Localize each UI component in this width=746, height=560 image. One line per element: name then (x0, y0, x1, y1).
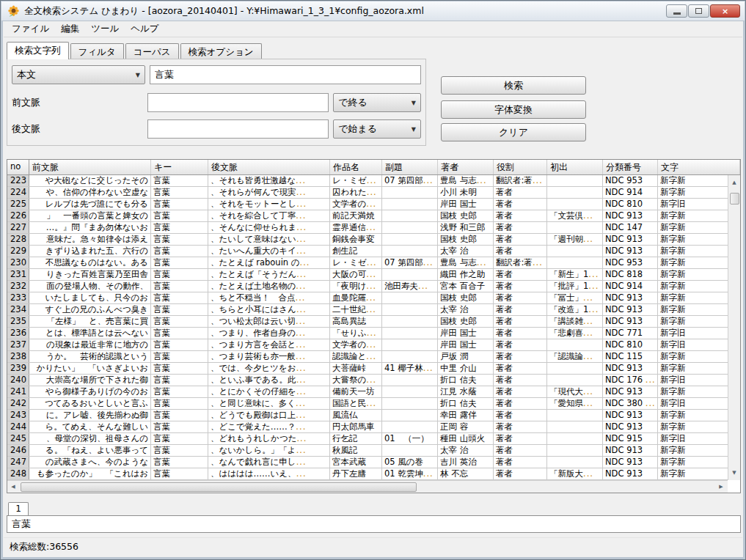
table-row[interactable]: 247の武蔵さまへ、今のような言葉、なんで戯れ言に申し...宮本武蔵05 風の巻… (7, 457, 740, 468)
cell-sub (382, 234, 438, 245)
horizontal-scrollbar[interactable]: ◀ ▶ (7, 480, 728, 493)
cell-work: 囚われた... (330, 187, 382, 198)
cell-key: 言葉 (151, 468, 208, 479)
vertical-scrollbar[interactable]: ▲ ▼ (728, 175, 740, 480)
column-header-9[interactable]: 分類番号 (603, 160, 658, 174)
truncation-ellipsis: ... (423, 468, 434, 479)
cell-no: 247 (7, 457, 29, 468)
column-header-5[interactable]: 副題 (382, 160, 438, 174)
cell-pre: に。アレ嘘、後先揃わぬ御 (29, 410, 151, 421)
table-row[interactable]: 244ら。てめえ、そんな難しい言葉、どこで覚えた……？...円太郎馬車正岡 容著… (7, 421, 740, 433)
cell-no: 237 (7, 339, 29, 350)
column-header-6[interactable]: 著者 (438, 160, 494, 174)
search-target-select[interactable]: 本文 ▼ (12, 65, 145, 84)
table-row[interactable]: 225レルブは先づ誰にでも分る言葉、それをモットーとし...文学者の...岸田 … (7, 199, 740, 210)
cell-sub (382, 187, 438, 198)
table-row[interactable]: 233いたしましても、只今のお言葉、ちと不穏当！ 合点...血曼陀羅...国枝 … (7, 292, 740, 304)
cell-first (547, 375, 603, 386)
menu-file[interactable]: ファイル (7, 21, 54, 37)
table-row[interactable]: 223や大砲などに交じったその言葉、それも皆勇壮激越な...レ・ミゼ...07 … (7, 175, 740, 187)
cell-sub: 07 第四部... (382, 175, 438, 186)
table-row[interactable]: 229きずり込まれた五、六行の言葉、たいへん重大のキイ...創生記太宰 治著者N… (7, 246, 740, 257)
truncation-ellipsis: ... (296, 433, 307, 443)
pre-context-mode-select[interactable]: で終る ▼ (333, 93, 421, 112)
tab-corpus[interactable]: コーパス (125, 43, 179, 59)
tab-filter[interactable]: フィルタ (70, 43, 124, 59)
table-row[interactable]: 231りきった百姓言葉乃至田舎言葉、たとえば「そうだん...大阪の可...織田 … (7, 269, 740, 281)
cell-sub (382, 386, 438, 397)
scroll-down-arrow-icon[interactable]: ▼ (728, 467, 740, 479)
column-header-7[interactable]: 役割 (494, 160, 547, 174)
table-body: 223や大砲などに交じったその言葉、それも皆勇壮激越な...レ・ミゼ...07 … (7, 175, 740, 480)
column-header-1[interactable]: 前文脈 (29, 160, 151, 174)
pre-context-input[interactable] (147, 93, 329, 112)
table-row[interactable]: 232面の登場人物、その動作、言葉、たとえば土地名物の...「夜明け...池田寿… (7, 281, 740, 292)
table-row[interactable]: 228意味だ。急々如律令は添え言葉、たいして意味はない...銅銭会事変国枝 史郎… (7, 234, 740, 246)
tab-search-string[interactable]: 検索文字列 (7, 42, 69, 59)
column-header-0[interactable]: no (7, 160, 29, 174)
menu-edit[interactable]: 編集 (56, 21, 84, 37)
table-row[interactable]: 242つてゐるおいとしいと言ふ言葉、と同じ意味に、多く...国語と民...折口 … (7, 398, 740, 410)
cell-key: 言葉 (151, 457, 208, 468)
table-row[interactable]: 226」 一番頭の言葉と婢女の言葉、それを綜合して丁寧...前記天満焼国枝 史郎… (7, 210, 740, 222)
truncation-ellipsis: ... (423, 363, 434, 373)
column-header-4[interactable]: 作品名 (330, 160, 382, 174)
menu-tools[interactable]: ツール (86, 21, 124, 37)
horizontal-scrollbar-thumb[interactable] (21, 482, 417, 492)
table-row[interactable]: 241やら御様子ありげの今のお言葉、とにかくその仔細を...備前天一坊江見 水蔭… (7, 386, 740, 398)
post-context-mode-select[interactable]: で始まる ▼ (333, 119, 421, 139)
cell-pre: かりたい」 「いさぎよいお (29, 363, 151, 374)
table-row[interactable]: 237の現象は最近非常に地方の言葉、つまり方言を会話と...文学者の...岸田 … (7, 339, 740, 351)
table-row[interactable]: 227…。』問『まあ勿体ないお言葉、そんなに仰せられま...霊界通信...浅野 … (7, 222, 740, 234)
table-row[interactable]: 240大崇高な場所で下された御言葉、といふ事である。此...大嘗祭の...折口 … (7, 375, 740, 386)
menu-help[interactable]: ヘルプ (125, 21, 164, 37)
title-bar[interactable]: 全文検索システム ひまわり - [aozora_20140401] - Y:¥H… (1, 1, 745, 21)
cell-auth: 国枝 史郎 (438, 292, 494, 303)
cell-key: 言葉 (151, 363, 208, 374)
font-convert-button[interactable]: 字体変換 (441, 100, 586, 119)
table-row[interactable]: 230不思議なものはない。ある言葉、たとえば rabouin の...レ・ミゼ.… (7, 257, 740, 269)
window-title: 全文検索システム ひまわり - [aozora_20140401] - Y:¥H… (24, 5, 424, 18)
table-row[interactable]: 224や、信仰の伴わない空虚な言葉、それらが何んで現実...囚われた...小川 … (7, 187, 740, 199)
result-tab-1[interactable]: 1 (8, 502, 29, 515)
table-row[interactable]: 236とは、標準語とは云へない言葉、つまり、作者自身の...「せりふ...岸田 … (7, 328, 740, 339)
cell-post: 、とにかくその仔細を... (208, 386, 330, 397)
selected-key-field[interactable] (7, 515, 741, 533)
cell-ndc: NDC 771 (603, 328, 658, 339)
maximize-button[interactable] (688, 4, 709, 18)
clear-button[interactable]: クリア (441, 123, 586, 141)
cell-no: 245 (7, 433, 29, 444)
tab-search-options[interactable]: 検索オプション (180, 43, 262, 59)
cell-role: 著者 (494, 304, 547, 315)
column-header-3[interactable]: 後文脈 (208, 160, 330, 174)
search-button[interactable]: 検索 (441, 76, 586, 95)
post-context-input[interactable] (147, 119, 329, 139)
column-header-2[interactable]: キー (151, 160, 208, 174)
column-header-8[interactable]: 初出 (547, 160, 603, 174)
table-row[interactable]: 234すぐ上の兄のふんべつ臭き言葉、ちらと小耳にはさん...二十世紀...太宰 … (7, 304, 740, 316)
table-row[interactable]: 235「左様」 と、売言葉に買言葉、つい松太郎は云い切...高島異誌国枝 史郎著… (7, 316, 740, 328)
table-header-row: no前文脈キー後文脈作品名副題著者役割初出分類番号文字 (7, 160, 740, 175)
table-row[interactable]: 239かりたい」 「いさぎよいお言葉、では、今夕ヒツをお...大菩薩峠41 椰子… (7, 363, 740, 375)
cell-sub (382, 199, 438, 210)
query-input[interactable] (150, 65, 421, 84)
table-row[interactable]: 248も参ったのか」 「これはお言葉、はははは……いえ、...丹下左膳01 乾雲… (7, 468, 740, 480)
chevron-down-icon: ▼ (406, 126, 416, 133)
table-row[interactable]: 238うか。 芸術的認識という言葉、つまり芸術も亦一般...認識論と...戸坂 … (7, 351, 740, 363)
cell-no: 225 (7, 199, 29, 210)
cell-auth: 国枝 史郎 (438, 234, 494, 245)
truncation-ellipsis: ... (366, 269, 376, 279)
vertical-scrollbar-thumb[interactable] (730, 193, 739, 205)
scroll-right-arrow-icon[interactable]: ▶ (715, 481, 727, 493)
cell-auth: 豊島 与志... (438, 257, 494, 268)
cell-key: 言葉 (151, 199, 208, 210)
close-button[interactable]: × (710, 4, 740, 18)
table-row[interactable]: 245、母堂の深切、祖母さんの言葉、どれもうれしかつた...行乞記01 （一）種… (7, 433, 740, 445)
pre-context-mode-value: で終る (338, 96, 367, 109)
table-row[interactable]: 243に。アレ嘘、後先揃わぬ御言葉、どうでも殿御は口上...風流仏幸田 露伴著者… (7, 410, 740, 421)
minimize-button[interactable] (666, 4, 687, 18)
column-header-10[interactable]: 文字 (658, 160, 740, 174)
table-row[interactable]: 246る。「ねえ、よい悪事って言葉、ないかしら。」「よ...秋風記太宰 治著者N… (7, 445, 740, 457)
scroll-up-arrow-icon[interactable]: ▲ (728, 177, 740, 188)
scroll-left-arrow-icon[interactable]: ◀ (7, 481, 19, 493)
